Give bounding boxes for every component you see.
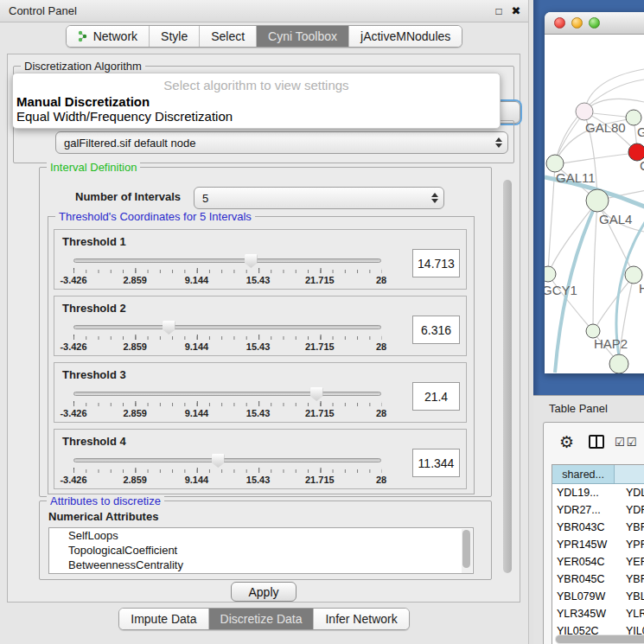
- control-panel-titlebar: Control Panel □ ✖: [0, 0, 528, 22]
- number-of-intervals-label: Number of Intervals: [75, 190, 181, 203]
- svg-text:GAL80: GAL80: [585, 120, 626, 135]
- group-title: Attributes to discretize: [47, 494, 164, 507]
- chevron-up-down-icon: [494, 137, 507, 148]
- slider-thumb[interactable]: [310, 387, 323, 401]
- threshold-3-panel: Threshold 3 -3.426 2.859 9.144 15.43 21.…: [54, 362, 467, 423]
- group-title: Discretization Algorithm: [21, 60, 145, 73]
- node-gal80[interactable]: [576, 103, 593, 120]
- node-table: shared... n YDL19...YDL1 YDR27...YDR2 YB…: [552, 464, 644, 644]
- table-row[interactable]: YDR27...YDR2: [552, 501, 644, 519]
- algorithm-dropdown-popup: Select algorithm to view settings Manual…: [12, 73, 501, 129]
- svg-text:H: H: [639, 281, 644, 296]
- list-item[interactable]: SelfLoops: [49, 528, 473, 543]
- tab-cyni-toolbox[interactable]: Cyni Toolbox: [257, 26, 349, 47]
- tab-network[interactable]: Network: [67, 26, 150, 47]
- tab-jactivemnodules[interactable]: jActiveMNodules: [349, 26, 462, 47]
- table-row[interactable]: YLR345WYLR3: [552, 605, 644, 622]
- threshold-2-value-field[interactable]: [412, 316, 460, 344]
- list-item[interactable]: TopologicalCoefficient: [49, 543, 473, 558]
- node-gal11[interactable]: [546, 155, 564, 172]
- attributes-group: Attributes to discretize Numerical Attri…: [39, 501, 492, 580]
- threshold-3-slider[interactable]: -3.426 2.859 9.144 15.43 21.715 28: [73, 387, 381, 420]
- threshold-1-panel: Threshold 1 -3.426 2.859 9.144 15.43 21.…: [54, 229, 467, 290]
- tab-style[interactable]: Style: [150, 26, 200, 47]
- tab-infer-network[interactable]: Infer Network: [314, 609, 408, 629]
- svg-text:GAL11: GAL11: [556, 170, 596, 185]
- group-title: Interval Definition: [47, 161, 140, 174]
- checkbox-icon[interactable]: ☑: [615, 437, 625, 448]
- chevron-up-down-icon: [430, 193, 443, 203]
- table-row[interactable]: YPR145WYPR1: [552, 536, 644, 553]
- threshold-2-slider[interactable]: -3.426 2.859 9.144 15.43 21.715 28: [73, 321, 381, 354]
- network-icon: [78, 30, 88, 42]
- cyni-toolbox-panel: Discretization Algorithm Select algorith…: [7, 54, 520, 603]
- gear-icon[interactable]: ⚙: [559, 434, 574, 450]
- threshold-4-panel: Threshold 4 -3.426 2.859 9.144 15.43 21.…: [54, 429, 467, 489]
- float-window-icon[interactable]: □: [491, 3, 507, 19]
- threshold-4-value-field[interactable]: [412, 449, 460, 477]
- table-row[interactable]: YBL079WYBL0: [552, 588, 644, 605]
- table-horizontal-scrollbar[interactable]: [555, 634, 644, 644]
- checkbox-icon[interactable]: ☑: [627, 437, 637, 448]
- popup-option-manual-discretization[interactable]: Manual Discretization: [13, 94, 500, 109]
- close-traffic-light[interactable]: [554, 17, 565, 29]
- threshold-3-value-field[interactable]: [412, 382, 460, 411]
- panel-title: Control Panel: [9, 4, 77, 17]
- threshold-2-panel: Threshold 2 -3.426 2.859 9.144 15.43 21.…: [54, 296, 467, 356]
- network-view-window: GAL80 GA GAL11 C GAL4 GCY1 H HAP2: [545, 12, 644, 373]
- network-window-titlebar[interactable]: [545, 12, 644, 35]
- table-row[interactable]: YBR043CYBR0: [552, 519, 644, 536]
- scrollbar-thumb[interactable]: [462, 530, 470, 568]
- table-data-value: galFiltered.sif default node: [56, 137, 494, 150]
- popup-option-equal-width-frequency[interactable]: Equal Width/Frequency Discretization: [13, 109, 500, 124]
- node[interactable]: [609, 354, 628, 373]
- minimize-traffic-light[interactable]: [571, 17, 583, 29]
- thresholds-group: Threshold's Coordinates for 5 Intervals …: [48, 216, 475, 494]
- slider-thumb[interactable]: [245, 254, 258, 268]
- table-row[interactable]: YDL19...YDL1: [552, 484, 644, 501]
- tab-discretize-data[interactable]: Discretize Data: [209, 609, 315, 629]
- svg-text:GCY1: GCY1: [545, 283, 577, 297]
- node-gcy1[interactable]: [545, 266, 556, 282]
- threshold-4-slider[interactable]: -3.426 2.859 9.144 15.43 21.715 28: [73, 454, 381, 487]
- numerical-attributes-list: SelfLoops TopologicalCoefficient Between…: [48, 527, 474, 574]
- slider-thumb[interactable]: [212, 454, 225, 468]
- control-panel: Control Panel □ ✖ Network Style Select C…: [0, 0, 529, 644]
- tab-impute-data[interactable]: Impute Data: [119, 609, 208, 629]
- scrollbar-thumb[interactable]: [556, 635, 644, 643]
- scrollbar-thumb[interactable]: [503, 180, 512, 573]
- table-header-row: shared... n: [552, 465, 644, 484]
- table-panel-title: Table Panel: [549, 402, 608, 415]
- numerical-attributes-label: Numerical Attributes: [48, 510, 158, 523]
- list-vertical-scrollbar[interactable]: [462, 529, 472, 574]
- list-item[interactable]: BetweennessCentrality: [49, 558, 473, 572]
- threshold-1-value-field[interactable]: [412, 249, 460, 277]
- zoom-traffic-light[interactable]: [589, 17, 600, 29]
- slider-thumb[interactable]: [163, 321, 175, 335]
- bottom-tab-bar: Impute Data Discretize Data Infer Networ…: [0, 608, 528, 630]
- table-row[interactable]: YER054CYER0: [552, 553, 644, 571]
- table-panel: Table Panel ⚙ ☑ ☑ shared... n YDL19...YD…: [533, 395, 644, 644]
- tab-select[interactable]: Select: [200, 26, 257, 47]
- network-window-frame: GAL80 GA GAL11 C GAL4 GCY1 H HAP2: [533, 0, 644, 395]
- close-icon[interactable]: ✖: [508, 3, 524, 19]
- table-data-combobox[interactable]: galFiltered.sif default node: [55, 131, 508, 154]
- popup-placeholder: Select algorithm to view settings: [13, 76, 500, 94]
- interval-definition-group: Interval Definition Number of Intervals …: [39, 167, 492, 497]
- top-tab-bar: Network Style Select Cyni Toolbox jActiv…: [0, 25, 528, 48]
- svg-text:GAL4: GAL4: [599, 212, 632, 226]
- svg-text:C: C: [640, 158, 644, 173]
- node-gal4[interactable]: [586, 189, 609, 212]
- threshold-1-slider[interactable]: -3.426 2.859 9.144 15.43 21.715 28: [73, 254, 381, 287]
- column-header-name[interactable]: n: [615, 465, 644, 483]
- node[interactable]: [626, 110, 641, 125]
- table-toolbar: ⚙ ☑ ☑: [544, 423, 644, 461]
- svg-text:HAP2: HAP2: [594, 336, 628, 351]
- columns-icon[interactable]: [589, 435, 604, 449]
- settings-vertical-scrollbar[interactable]: [502, 180, 513, 573]
- table-row[interactable]: YBR045CYBR0: [552, 571, 644, 588]
- number-of-intervals-combobox[interactable]: 5: [194, 187, 444, 209]
- apply-button[interactable]: Apply: [231, 582, 296, 602]
- column-header-shared-name[interactable]: shared...: [552, 465, 615, 483]
- network-canvas[interactable]: GAL80 GA GAL11 C GAL4 GCY1 H HAP2: [545, 35, 644, 373]
